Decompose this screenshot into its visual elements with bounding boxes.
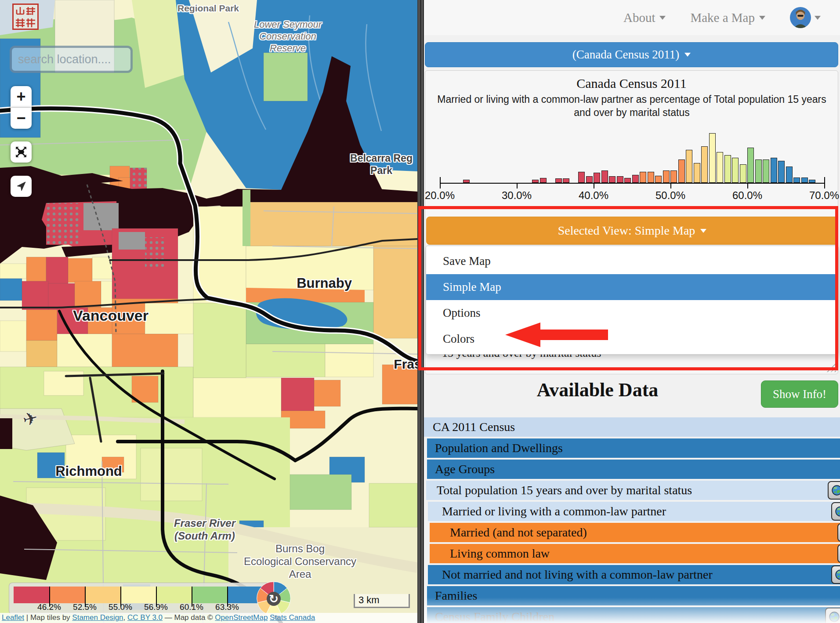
- x-axis-tick: [440, 183, 441, 188]
- x-axis-label: 60.0%: [723, 189, 771, 202]
- scale-bar: 3 km: [354, 594, 410, 608]
- histogram-bar: [678, 159, 685, 183]
- histogram-bar: [709, 133, 716, 183]
- x-axis-tick: [517, 183, 518, 188]
- view-dropdown-menu: Save MapSimple MapOptionsColors: [426, 246, 839, 355]
- fullscreen-button[interactable]: [11, 141, 32, 163]
- histogram-bar: [594, 173, 600, 183]
- attribution-link[interactable]: Stamen Design: [72, 613, 123, 622]
- histogram-bar: [655, 176, 662, 183]
- histogram-bar: [540, 178, 547, 183]
- legend-label: 60.1%: [172, 602, 211, 612]
- view-menu-item-colors[interactable]: Colors: [426, 326, 838, 352]
- data-row[interactable]: Population and Dwellings: [427, 438, 840, 458]
- attribution-text: ,: [123, 613, 127, 622]
- histogram-bar: [609, 176, 616, 183]
- view-menu-item-save-map[interactable]: Save Map: [426, 248, 838, 274]
- search-input[interactable]: [12, 48, 130, 71]
- histogram-bar: [648, 172, 654, 183]
- chinese-seal-logo: [12, 4, 39, 30]
- location-search: [10, 46, 133, 73]
- data-row-label: Age Groups: [435, 462, 495, 476]
- attribution-link[interactable]: OpenStreetMap: [215, 613, 268, 622]
- histogram-bar: [724, 155, 731, 183]
- map-this-globe-button[interactable]: [837, 523, 840, 542]
- histogram-bar: [663, 170, 670, 183]
- selected-view-dropdown-button[interactable]: Selected View: Simple Map: [426, 217, 838, 245]
- histogram-bar: [740, 164, 746, 183]
- avatar: [790, 7, 811, 28]
- view-menu-item-simple-map[interactable]: Simple Map: [426, 274, 838, 300]
- attribution-link[interactable]: CC BY 3.0: [127, 613, 163, 622]
- histogram-bar: [717, 152, 723, 183]
- histogram-bar: [809, 180, 815, 183]
- legend-swatch: [49, 587, 85, 603]
- x-axis-label: 30.0%: [492, 189, 541, 202]
- attribution-link[interactable]: Leaflet: [2, 613, 24, 622]
- histogram-bar: [771, 158, 777, 183]
- color-wheel-refresh-button[interactable]: ↻: [256, 581, 292, 617]
- data-row-label: Living common law: [450, 547, 550, 560]
- view-menu-item-options[interactable]: Options: [426, 300, 838, 326]
- map-canvas[interactable]: Regional ParkLower SeymourConservationRe…: [0, 0, 417, 623]
- dataset-info-box: Canada Census 2011 Married or living wit…: [425, 70, 838, 374]
- user-menu[interactable]: [790, 7, 821, 28]
- map-tiles: [0, 0, 417, 623]
- histogram-bar: [755, 159, 762, 183]
- legend-swatch: [192, 587, 227, 603]
- side-panel: About Make a Map: [424, 0, 840, 623]
- resize-grip[interactable]: [826, 362, 836, 372]
- histogram-bar: [578, 172, 585, 183]
- data-row-label: Population and Dwellings: [435, 441, 563, 455]
- legend-label: 46.2%: [29, 602, 69, 612]
- nav-make-a-map[interactable]: Make a Map: [690, 11, 765, 25]
- data-row-label: Total population 15 years and over by ma…: [437, 483, 692, 497]
- chevron-down-icon: [659, 16, 666, 20]
- nav-about[interactable]: About: [623, 11, 666, 25]
- histogram-bar: [463, 180, 470, 183]
- map-this-globe-button[interactable]: [828, 481, 840, 500]
- histogram-bar: [624, 178, 631, 183]
- chevron-down-icon: [815, 16, 821, 20]
- x-axis-label: 20.0%: [416, 189, 464, 202]
- histogram-bar: [532, 180, 539, 183]
- data-row[interactable]: CA 2011 Census: [424, 417, 840, 437]
- data-row[interactable]: Not married and not living with a common…: [428, 565, 840, 584]
- x-axis-label: 50.0%: [646, 189, 695, 202]
- x-axis-label: 70.0%: [800, 189, 840, 202]
- x-axis-label: 40.0%: [569, 189, 618, 202]
- map-this-globe-button[interactable]: [825, 608, 840, 623]
- map-this-globe-button[interactable]: [837, 544, 840, 563]
- dataset-dropdown-button[interactable]: (Canada Census 2011): [425, 42, 838, 67]
- data-row[interactable]: Married (and not separated): [430, 523, 840, 542]
- locate-arrow-icon: [15, 181, 27, 192]
- locate-button[interactable]: [11, 176, 32, 197]
- data-row-label: Families: [435, 589, 477, 602]
- show-info-button[interactable]: Show Info!: [761, 380, 838, 408]
- histogram-bar: [617, 176, 623, 183]
- map-attribution: Leaflet | Map tiles by Stamen Design, CC…: [0, 613, 417, 623]
- data-row[interactable]: Total population 15 years and over by ma…: [426, 481, 840, 500]
- data-row-label: Married or living with a common-law part…: [442, 504, 666, 518]
- histogram-bar: [586, 176, 593, 183]
- histogram-bar: [793, 177, 800, 183]
- data-row[interactable]: Living common law: [430, 544, 840, 563]
- data-row[interactable]: Families: [427, 586, 840, 605]
- histogram-plot: [440, 119, 825, 184]
- pane-splitter[interactable]: [417, 0, 424, 623]
- legend-swatch: [85, 587, 120, 603]
- zoom-in-button[interactable]: +: [11, 86, 32, 108]
- map-this-globe-button[interactable]: [831, 565, 840, 584]
- attribution-link[interactable]: Stats Canada: [270, 613, 315, 622]
- data-row[interactable]: Census Family Children: [427, 607, 840, 623]
- top-nav: About Make a Map: [424, 0, 840, 35]
- zoom-out-button[interactable]: −: [11, 108, 32, 129]
- legend-swatch: [14, 587, 49, 603]
- dataset-title: Canada Census 2011: [425, 76, 838, 91]
- data-row[interactable]: Married or living with a common-law part…: [428, 502, 840, 521]
- data-row[interactable]: Age Groups: [427, 460, 840, 479]
- map-this-globe-button[interactable]: [831, 502, 840, 521]
- data-row-label: Married (and not separated): [450, 525, 587, 539]
- x-axis-tick: [670, 183, 671, 188]
- legend-label: 55.0%: [101, 602, 140, 612]
